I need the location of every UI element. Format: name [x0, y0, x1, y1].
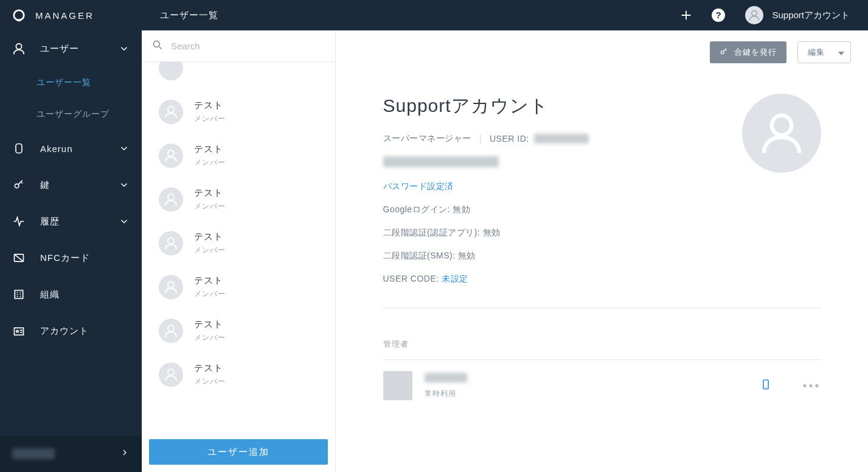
- svg-point-12: [721, 50, 724, 54]
- sidebar-item-org[interactable]: 組織: [0, 276, 142, 313]
- chevron-down-icon: [119, 43, 130, 54]
- id-card-icon: [12, 324, 26, 338]
- user-icon: [12, 42, 26, 55]
- account-menu[interactable]: Supportアカウント: [745, 6, 850, 24]
- chevron-down-icon: [119, 216, 130, 227]
- sidebar-item-label: ユーザー: [40, 43, 79, 55]
- svg-point-14: [766, 387, 767, 388]
- list-item[interactable]: テストメンバー: [142, 353, 335, 397]
- dropdown-triangle-icon: [838, 48, 844, 57]
- user-name: テスト: [194, 231, 226, 243]
- sidebar-item-nfc[interactable]: NFCカード: [0, 240, 142, 276]
- list-item[interactable]: テストメンバー: [142, 309, 335, 353]
- list-item[interactable]: テストメンバー: [142, 178, 335, 221]
- sidebar: MANAGER ユーザー ユーザー一覧 ユーザーグループ Akerun: [0, 0, 142, 472]
- chevron-down-icon: [119, 143, 130, 154]
- svg-point-4: [15, 184, 19, 188]
- list-item[interactable]: テストメンバー: [142, 134, 335, 178]
- issue-key-button[interactable]: 合鍵を発行: [710, 41, 786, 63]
- list-item[interactable]: [142, 62, 335, 90]
- help-button[interactable]: ?: [707, 4, 730, 27]
- list-item[interactable]: テストメンバー: [142, 221, 335, 265]
- device-thumbnail: [383, 371, 412, 400]
- avatar-icon: [159, 187, 183, 212]
- sidebar-item-key[interactable]: 鍵: [0, 167, 142, 203]
- edit-button[interactable]: 編集: [797, 41, 851, 63]
- user-role: メンバー: [194, 114, 226, 124]
- sidebar-item-account[interactable]: アカウント: [0, 313, 142, 349]
- avatar-icon: [159, 275, 183, 299]
- section-admin-label: 管理者: [383, 339, 821, 360]
- device-name-blurred: [425, 373, 467, 383]
- user-list-panel: テストメンバー テストメンバー テストメンバー テストメンバー: [142, 30, 336, 472]
- sidebar-footer[interactable]: [0, 436, 142, 472]
- mfa-app-status: 二段階認証(認証アプリ): 無効: [383, 227, 821, 238]
- nfc-card-icon: [12, 251, 26, 265]
- sidebar-item-akerun[interactable]: Akerun: [0, 130, 142, 167]
- org-name-blurred: [12, 448, 55, 459]
- chevron-down-icon: [119, 179, 130, 190]
- svg-point-8: [16, 330, 18, 332]
- user-list[interactable]: テストメンバー テストメンバー テストメンバー テストメンバー: [142, 62, 335, 432]
- account-name: Supportアカウント: [772, 10, 850, 21]
- svg-rect-6: [15, 290, 23, 298]
- building-icon: [12, 288, 26, 301]
- search-input[interactable]: [171, 41, 325, 51]
- topbar: ユーザー一覧 ? Supportアカウント: [142, 0, 868, 30]
- device-usage: 常時利用: [425, 389, 467, 399]
- svg-point-1: [14, 10, 24, 21]
- user-detail-panel: 合鍵を発行 編集 Supportアカウント: [336, 30, 868, 472]
- mfa-sms-status: 二段階認証(SMS): 無効: [383, 251, 821, 262]
- user-id-label: USER ID:: [490, 134, 529, 144]
- chevron-right-icon: [120, 448, 130, 460]
- avatar-icon: [159, 319, 183, 343]
- logo-icon: [12, 9, 26, 22]
- user-name: テスト: [194, 144, 226, 155]
- search-icon: [151, 39, 164, 54]
- sidebar-item-user[interactable]: ユーザー: [0, 30, 142, 67]
- avatar-icon: [159, 100, 183, 124]
- avatar-icon: [159, 144, 183, 168]
- sidebar-item-label: Akerun: [40, 144, 73, 154]
- sidebar-item-label: 組織: [40, 289, 60, 300]
- list-item[interactable]: テストメンバー: [142, 265, 335, 309]
- list-item[interactable]: テストメンバー: [142, 90, 335, 134]
- user-role: メンバー: [194, 377, 226, 387]
- user-code-label: USER CODE:: [383, 274, 442, 283]
- user-code-value[interactable]: 未設定: [442, 274, 468, 283]
- add-button[interactable]: [675, 4, 698, 27]
- user-avatar: [742, 94, 821, 173]
- add-user-button[interactable]: ユーザー追加: [149, 439, 328, 465]
- more-menu-icon[interactable]: •••: [802, 379, 821, 393]
- svg-rect-2: [17, 19, 21, 21]
- user-name: テスト: [194, 319, 226, 330]
- sidebar-sub-user-group[interactable]: ユーザーグループ: [0, 99, 142, 130]
- svg-point-11: [153, 41, 159, 47]
- sidebar-sub-user-list[interactable]: ユーザー一覧: [0, 67, 142, 99]
- door-icon: [12, 142, 26, 155]
- sidebar-item-label: アカウント: [40, 325, 89, 337]
- avatar-icon: [159, 363, 183, 387]
- user-role: メンバー: [194, 333, 226, 343]
- user-id-value-blurred: [534, 134, 589, 144]
- user-name: テスト: [194, 100, 226, 111]
- mobile-icon[interactable]: [760, 378, 772, 393]
- avatar-icon: [745, 6, 763, 24]
- key-icon: [720, 47, 728, 58]
- user-role: メンバー: [194, 245, 226, 255]
- password-status[interactable]: パスワード設定済: [383, 181, 821, 192]
- user-code: USER CODE: 未設定: [383, 274, 821, 285]
- button-label: 合鍵を発行: [734, 47, 777, 58]
- avatar-icon: [159, 62, 183, 80]
- user-name: テスト: [194, 187, 226, 199]
- svg-rect-3: [16, 144, 22, 153]
- sidebar-nav: ユーザー ユーザー一覧 ユーザーグループ Akerun: [0, 30, 142, 436]
- user-role: メンバー: [194, 201, 226, 212]
- page-title: ユーザー一覧: [160, 10, 665, 21]
- sidebar-item-history[interactable]: 履歴: [0, 203, 142, 240]
- key-icon: [12, 178, 26, 192]
- brand: MANAGER: [0, 0, 142, 30]
- button-label: 編集: [808, 47, 825, 58]
- sidebar-item-label: 履歴: [40, 216, 60, 227]
- user-role: メンバー: [194, 158, 226, 168]
